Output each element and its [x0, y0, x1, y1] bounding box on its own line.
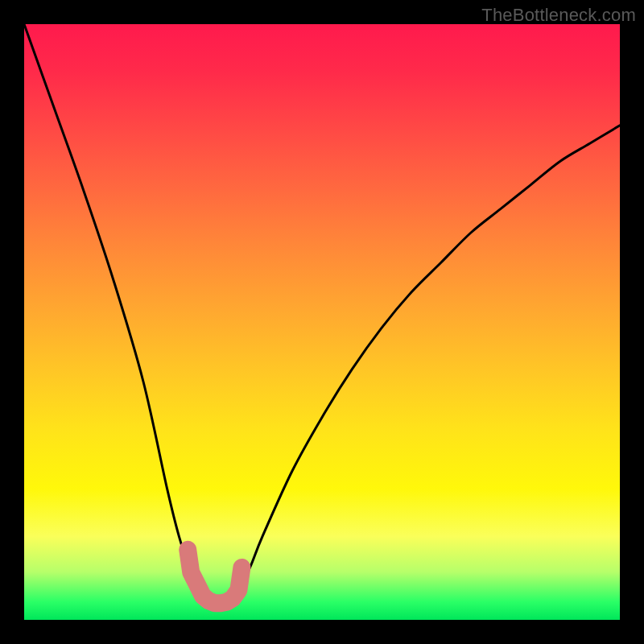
curve-line	[24, 24, 620, 604]
chart-frame: TheBottleneck.com	[0, 0, 644, 644]
flat-marker	[188, 550, 242, 603]
bottleneck-curve	[24, 24, 620, 620]
attribution-text: TheBottleneck.com	[481, 5, 636, 26]
plot-area	[24, 24, 620, 620]
